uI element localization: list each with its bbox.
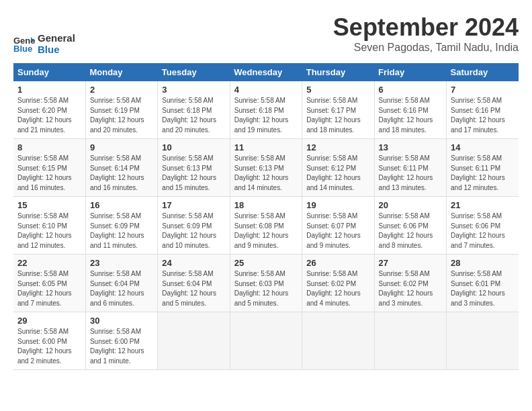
calendar-cell: 25Sunrise: 5:58 AM Sunset: 6:03 PM Dayli… (230, 255, 302, 312)
day-details: Sunrise: 5:58 AM Sunset: 6:11 PM Dayligh… (379, 154, 442, 193)
calendar-cell: 5Sunrise: 5:58 AM Sunset: 6:17 PM Daylig… (302, 81, 374, 139)
calendar-cell: 10Sunrise: 5:58 AM Sunset: 6:13 PM Dayli… (158, 139, 230, 197)
day-details: Sunrise: 5:58 AM Sunset: 6:14 PM Dayligh… (90, 154, 153, 193)
day-details: Sunrise: 5:58 AM Sunset: 6:12 PM Dayligh… (306, 154, 369, 193)
calendar-cell: 9Sunrise: 5:58 AM Sunset: 6:14 PM Daylig… (85, 139, 157, 197)
calendar-cell: 20Sunrise: 5:58 AM Sunset: 6:06 PM Dayli… (374, 197, 446, 255)
day-details: Sunrise: 5:58 AM Sunset: 6:02 PM Dayligh… (379, 269, 442, 308)
logo-icon: General Blue (13, 34, 35, 53)
day-number: 13 (379, 142, 442, 152)
calendar-cell: 6Sunrise: 5:58 AM Sunset: 6:16 PM Daylig… (374, 81, 446, 139)
calendar-cell: 18Sunrise: 5:58 AM Sunset: 6:08 PM Dayli… (230, 197, 302, 255)
day-details: Sunrise: 5:58 AM Sunset: 6:10 PM Dayligh… (17, 212, 81, 250)
day-number: 1 (17, 85, 81, 95)
month-title: September 2024 (333, 13, 519, 42)
day-details: Sunrise: 5:58 AM Sunset: 6:06 PM Dayligh… (379, 212, 442, 250)
day-number: 3 (162, 85, 225, 95)
day-details: Sunrise: 5:58 AM Sunset: 6:07 PM Dayligh… (306, 212, 369, 250)
col-thursday: Thursday (302, 63, 374, 81)
day-number: 15 (17, 200, 81, 210)
day-details: Sunrise: 5:58 AM Sunset: 6:11 PM Dayligh… (451, 154, 515, 193)
day-number: 19 (306, 200, 369, 210)
day-number: 22 (17, 258, 81, 268)
day-number: 5 (306, 85, 369, 95)
day-details: Sunrise: 5:58 AM Sunset: 6:09 PM Dayligh… (162, 212, 225, 250)
day-number: 16 (90, 200, 153, 210)
calendar-cell: 23Sunrise: 5:58 AM Sunset: 6:04 PM Dayli… (85, 255, 157, 312)
day-details: Sunrise: 5:58 AM Sunset: 6:13 PM Dayligh… (162, 154, 225, 193)
col-saturday: Saturday (447, 63, 519, 81)
day-number: 4 (234, 85, 298, 95)
calendar-week-0: 1Sunrise: 5:58 AM Sunset: 6:20 PM Daylig… (13, 81, 519, 139)
day-number: 17 (162, 200, 225, 210)
logo-blue: Blue (38, 44, 75, 55)
calendar-cell: 12Sunrise: 5:58 AM Sunset: 6:12 PM Dayli… (302, 139, 374, 197)
calendar-cell: 29Sunrise: 5:58 AM Sunset: 6:00 PM Dayli… (13, 312, 85, 370)
svg-text:Blue: Blue (13, 44, 32, 53)
calendar-cell: 16Sunrise: 5:58 AM Sunset: 6:09 PM Dayli… (85, 197, 157, 255)
day-number: 10 (162, 142, 225, 152)
location-title: Seven Pagodas, Tamil Nadu, India (333, 42, 519, 54)
calendar-cell: 24Sunrise: 5:58 AM Sunset: 6:04 PM Dayli… (158, 255, 230, 312)
day-number: 11 (234, 142, 298, 152)
calendar-cell: 22Sunrise: 5:58 AM Sunset: 6:05 PM Dayli… (13, 255, 85, 312)
day-number: 9 (90, 142, 153, 152)
calendar-table: Sunday Monday Tuesday Wednesday Thursday… (13, 63, 519, 370)
calendar-cell: 13Sunrise: 5:58 AM Sunset: 6:11 PM Dayli… (374, 139, 446, 197)
col-friday: Friday (374, 63, 446, 81)
col-wednesday: Wednesday (230, 63, 302, 81)
calendar-cell: 4Sunrise: 5:58 AM Sunset: 6:18 PM Daylig… (230, 81, 302, 139)
day-details: Sunrise: 5:58 AM Sunset: 6:13 PM Dayligh… (234, 154, 298, 193)
title-section: September 2024 Seven Pagodas, Tamil Nadu… (333, 13, 519, 54)
col-monday: Monday (85, 63, 157, 81)
calendar-cell: 1Sunrise: 5:58 AM Sunset: 6:20 PM Daylig… (13, 81, 85, 139)
calendar-cell: 30Sunrise: 5:58 AM Sunset: 6:00 PM Dayli… (85, 312, 157, 370)
day-details: Sunrise: 5:58 AM Sunset: 6:05 PM Dayligh… (17, 269, 81, 308)
calendar-cell: 3Sunrise: 5:58 AM Sunset: 6:18 PM Daylig… (158, 81, 230, 139)
day-details: Sunrise: 5:58 AM Sunset: 6:08 PM Dayligh… (234, 212, 298, 250)
calendar-cell: 28Sunrise: 5:58 AM Sunset: 6:01 PM Dayli… (447, 255, 519, 312)
calendar-cell: 17Sunrise: 5:58 AM Sunset: 6:09 PM Dayli… (158, 197, 230, 255)
day-details: Sunrise: 5:58 AM Sunset: 6:02 PM Dayligh… (306, 269, 369, 308)
calendar-cell: 26Sunrise: 5:58 AM Sunset: 6:02 PM Dayli… (302, 255, 374, 312)
day-details: Sunrise: 5:58 AM Sunset: 6:01 PM Dayligh… (451, 269, 515, 308)
calendar-cell: 15Sunrise: 5:58 AM Sunset: 6:10 PM Dayli… (13, 197, 85, 255)
calendar-cell (447, 312, 519, 370)
day-number: 18 (234, 200, 298, 210)
day-number: 14 (451, 142, 515, 152)
calendar-cell: 8Sunrise: 5:58 AM Sunset: 6:15 PM Daylig… (13, 139, 85, 197)
day-details: Sunrise: 5:58 AM Sunset: 6:18 PM Dayligh… (234, 96, 298, 135)
calendar-week-3: 22Sunrise: 5:58 AM Sunset: 6:05 PM Dayli… (13, 255, 519, 312)
day-number: 8 (17, 142, 81, 152)
day-details: Sunrise: 5:58 AM Sunset: 6:17 PM Dayligh… (306, 96, 369, 135)
day-number: 28 (451, 258, 515, 268)
calendar-week-1: 8Sunrise: 5:58 AM Sunset: 6:15 PM Daylig… (13, 139, 519, 197)
col-tuesday: Tuesday (158, 63, 230, 81)
day-details: Sunrise: 5:58 AM Sunset: 6:18 PM Dayligh… (162, 96, 225, 135)
day-number: 23 (90, 258, 153, 268)
day-details: Sunrise: 5:58 AM Sunset: 6:20 PM Dayligh… (17, 96, 81, 135)
calendar-week-4: 29Sunrise: 5:58 AM Sunset: 6:00 PM Dayli… (13, 312, 519, 370)
day-number: 20 (379, 200, 442, 210)
calendar-cell: 14Sunrise: 5:58 AM Sunset: 6:11 PM Dayli… (447, 139, 519, 197)
day-number: 6 (379, 85, 442, 95)
calendar-cell: 11Sunrise: 5:58 AM Sunset: 6:13 PM Dayli… (230, 139, 302, 197)
day-number: 27 (379, 258, 442, 268)
day-number: 2 (90, 85, 153, 95)
day-details: Sunrise: 5:58 AM Sunset: 6:16 PM Dayligh… (451, 96, 515, 135)
calendar-cell (302, 312, 374, 370)
day-number: 12 (306, 142, 369, 152)
calendar-cell: 27Sunrise: 5:58 AM Sunset: 6:02 PM Dayli… (374, 255, 446, 312)
day-details: Sunrise: 5:58 AM Sunset: 6:16 PM Dayligh… (379, 96, 442, 135)
day-number: 25 (234, 258, 298, 268)
day-details: Sunrise: 5:58 AM Sunset: 6:04 PM Dayligh… (90, 269, 153, 308)
day-number: 24 (162, 258, 225, 268)
day-number: 29 (17, 316, 81, 326)
calendar-cell: 7Sunrise: 5:58 AM Sunset: 6:16 PM Daylig… (447, 81, 519, 139)
logo: General Blue General Blue (13, 32, 75, 55)
calendar-cell (230, 312, 302, 370)
day-details: Sunrise: 5:58 AM Sunset: 6:19 PM Dayligh… (90, 96, 153, 135)
day-number: 21 (451, 200, 515, 210)
calendar-week-2: 15Sunrise: 5:58 AM Sunset: 6:10 PM Dayli… (13, 197, 519, 255)
logo-general: General (38, 32, 75, 44)
